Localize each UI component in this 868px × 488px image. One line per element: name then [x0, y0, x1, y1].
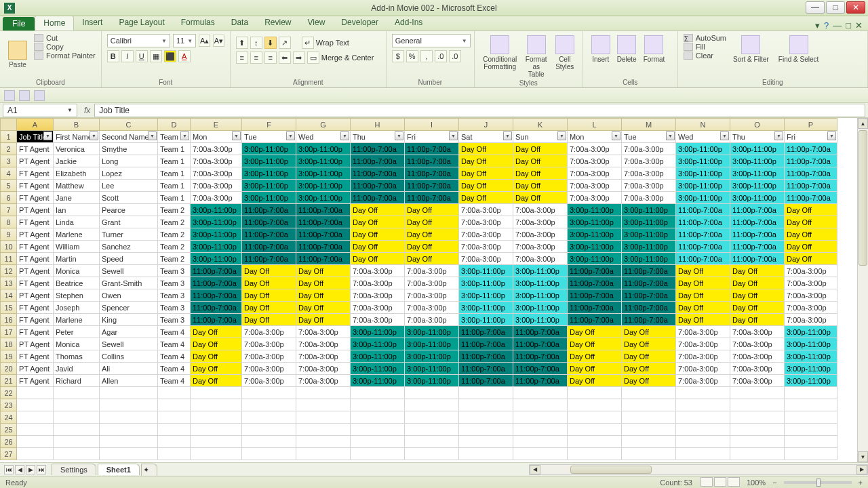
cell[interactable]: 11:00p-7:00a	[730, 228, 785, 241]
cell[interactable]	[54, 448, 100, 460]
cell[interactable]: Team 1	[158, 143, 191, 155]
cell[interactable]: 11:00p-7:00a	[785, 192, 837, 204]
cell[interactable]: Team 4	[158, 338, 191, 350]
cell[interactable]	[513, 399, 568, 411]
vscroll-thumb[interactable]	[859, 130, 867, 266]
cell[interactable]: 11:00p-7:00a	[785, 180, 837, 192]
cell[interactable]: Day Off	[296, 314, 351, 326]
cell[interactable]: 7:00a-3:00p	[459, 216, 513, 228]
cell[interactable]: Day Off	[351, 204, 405, 216]
cell[interactable]: Day Off	[513, 167, 568, 180]
cell[interactable]: 3:00p-11:00p	[351, 350, 405, 363]
cell[interactable]: 7:00a-3:00p	[730, 375, 785, 387]
cell[interactable]: Day Off	[242, 265, 296, 277]
cell[interactable]: 11:00p-7:00a	[676, 253, 730, 265]
cell[interactable]: 7:00a-3:00p	[622, 180, 676, 192]
cell[interactable]	[351, 436, 405, 448]
cell[interactable]: Team 3	[158, 265, 191, 277]
cell[interactable]: 11:00p-7:00a	[351, 167, 405, 180]
row-header-27[interactable]: 27	[1, 448, 17, 460]
cell[interactable]: Day Off	[513, 143, 568, 155]
cell[interactable]: Elizabeth	[54, 167, 100, 180]
cell[interactable]: PT Agent	[17, 289, 54, 302]
cell[interactable]: 11:00p-7:00a	[459, 326, 513, 338]
row-header-8[interactable]: 8	[1, 216, 17, 228]
vertical-scrollbar[interactable]: ▲ ▼	[857, 118, 868, 462]
row-header-17[interactable]: 17	[1, 326, 17, 338]
cell[interactable]	[351, 448, 405, 460]
row-header-5[interactable]: 5	[1, 180, 17, 192]
cell[interactable]: Jackie	[54, 155, 100, 167]
cell[interactable]: Day Off	[568, 363, 622, 375]
cell[interactable]: Linda	[54, 216, 100, 228]
cell[interactable]: Team 2	[158, 253, 191, 265]
cell[interactable]: Sewell	[100, 338, 158, 350]
cell[interactable]: 7:00a-3:00p	[622, 192, 676, 204]
cell[interactable]: 3:00p-11:00p	[568, 241, 622, 253]
cell[interactable]: 7:00a-3:00p	[296, 338, 351, 350]
filter-header-cell[interactable]: First Name▼	[54, 131, 100, 143]
cell[interactable]: 11:00p-7:00a	[405, 180, 459, 192]
ribbon-tab-add-ins[interactable]: Add-Ins	[387, 16, 431, 30]
cell[interactable]: 11:00p-7:00a	[351, 155, 405, 167]
workbook-close-icon[interactable]: ✕	[855, 20, 863, 30]
row-header-10[interactable]: 10	[1, 241, 17, 253]
cell[interactable]	[158, 387, 191, 399]
filter-header-cell[interactable]: Tue▼	[242, 131, 296, 143]
cell[interactable]: 11:00p-7:00a	[242, 228, 296, 241]
cell[interactable]	[459, 448, 513, 460]
cell[interactable]: 11:00p-7:00a	[191, 265, 242, 277]
cell[interactable]: Joseph	[54, 302, 100, 314]
cell[interactable]: 11:00p-7:00a	[676, 228, 730, 241]
font-name-combo[interactable]: Calibri▼	[107, 34, 170, 47]
cell[interactable]: 7:00a-3:00p	[459, 253, 513, 265]
cell[interactable]: Day Off	[459, 155, 513, 167]
cell[interactable]: FT Agent	[17, 302, 54, 314]
filter-dropdown-icon[interactable]: ▼	[286, 131, 295, 140]
cell[interactable]: 7:00a-3:00p	[405, 302, 459, 314]
col-header-H[interactable]: H	[351, 119, 405, 131]
cell[interactable]: 11:00p-7:00a	[785, 155, 837, 167]
filter-dropdown-icon[interactable]: ▼	[503, 131, 512, 140]
workbook-min-icon[interactable]: —	[833, 20, 842, 30]
cell[interactable]: 3:00p-11:00p	[405, 375, 459, 387]
cell[interactable]	[242, 411, 296, 424]
cell[interactable]: Smythe	[100, 143, 158, 155]
cell[interactable]: Day Off	[351, 253, 405, 265]
cell[interactable]: 11:00p-7:00a	[191, 277, 242, 289]
cell[interactable]: 3:00p-11:00p	[296, 143, 351, 155]
cell[interactable]: Day Off	[785, 216, 837, 228]
cell[interactable]: Team 4	[158, 326, 191, 338]
cell[interactable]: 11:00p-7:00a	[676, 204, 730, 216]
cell[interactable]: Day Off	[351, 241, 405, 253]
cell[interactable]: 7:00a-3:00p	[191, 143, 242, 155]
cell[interactable]: Thomas	[54, 350, 100, 363]
cell[interactable]: 7:00a-3:00p	[676, 338, 730, 350]
cell[interactable]: FT Agent	[17, 326, 54, 338]
cell[interactable]	[191, 387, 242, 399]
cell[interactable]	[100, 411, 158, 424]
cell[interactable]: Day Off	[676, 265, 730, 277]
paste-button[interactable]: Paste	[5, 34, 30, 75]
cell[interactable]: 7:00a-3:00p	[785, 302, 837, 314]
row-header-11[interactable]: 11	[1, 253, 17, 265]
horizontal-scrollbar[interactable]: ◀ ▶	[529, 464, 868, 475]
cell[interactable]: 7:00a-3:00p	[622, 167, 676, 180]
orientation-button[interactable]: ↗	[279, 37, 291, 49]
cell[interactable]	[191, 411, 242, 424]
cell[interactable]: Day Off	[296, 302, 351, 314]
cell[interactable]: Team 2	[158, 204, 191, 216]
cell[interactable]: Day Off	[242, 289, 296, 302]
cell[interactable]: 11:00p-7:00a	[242, 216, 296, 228]
formula-input[interactable]: Job Title	[94, 104, 865, 117]
cell[interactable]: 11:00p-7:00a	[242, 253, 296, 265]
cell[interactable]: 11:00p-7:00a	[730, 241, 785, 253]
cell[interactable]	[17, 436, 54, 448]
align-bottom-button[interactable]: ⬇	[264, 37, 277, 49]
tab-nav-first[interactable]: ⏮	[4, 465, 14, 474]
align-left-button[interactable]: ≡	[236, 52, 248, 64]
filter-dropdown-icon[interactable]: ▼	[666, 131, 675, 140]
cell[interactable]	[730, 436, 785, 448]
cell[interactable]: 7:00a-3:00p	[568, 167, 622, 180]
row-header-6[interactable]: 6	[1, 192, 17, 204]
